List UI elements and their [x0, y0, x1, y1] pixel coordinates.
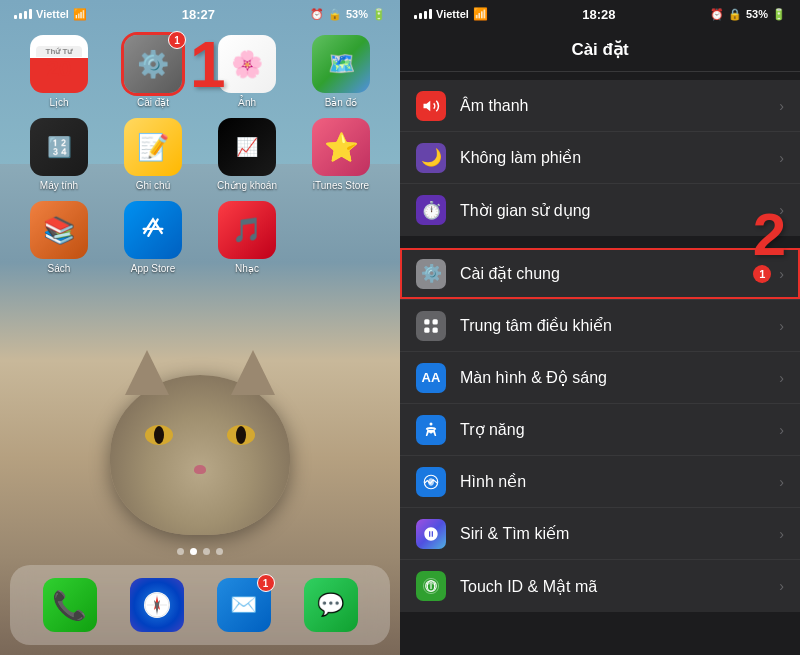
app-stocks[interactable]: 📈 Chứng khoán [211, 118, 283, 191]
app-calendar[interactable]: Thứ Tư 20 Lịch [23, 35, 95, 108]
dock-mail[interactable]: ✉️ 1 [217, 578, 271, 632]
safari-icon-svg [142, 590, 172, 620]
status-bar-right: Viettel 📶 18:28 ⏰ 🔒 53% 🔋 [400, 0, 800, 28]
itunes-label: iTunes Store [313, 180, 369, 191]
app-music[interactable]: 🎵 Nhạc [211, 201, 283, 274]
cat-pupil-left [154, 426, 164, 444]
itunes-icon[interactable]: ⭐ [312, 118, 370, 176]
appstore-label: App Store [131, 263, 175, 274]
cat-ear-right [231, 350, 275, 395]
books-label: Sách [48, 263, 71, 274]
left-panel: Viettel 📶 18:27 ⏰ 🔒 53% 🔋 Thứ Tư 20 Lịch… [0, 0, 400, 655]
battery-icon-left: 🔒 [328, 8, 342, 21]
section-gap-1 [400, 238, 800, 248]
notes-label: Ghi chú [136, 180, 170, 191]
dot-4 [216, 548, 223, 555]
wallpaper-icon [416, 467, 446, 497]
bar4r [429, 9, 432, 19]
signal-icon-right [414, 9, 432, 19]
settings-item-accessibility[interactable]: Trợ năng › [400, 404, 800, 456]
lock-icon-right: 🔒 [728, 8, 742, 21]
settings-icon[interactable]: ⚙️ 1 [124, 35, 182, 93]
general-icon: ⚙️ [416, 259, 446, 289]
wallpaper-chevron: › [779, 474, 784, 490]
calculator-icon[interactable]: 🔢 [30, 118, 88, 176]
touchid-icon [416, 571, 446, 601]
signal-icon [14, 9, 32, 19]
settings-item-wallpaper[interactable]: Hình nền › [400, 456, 800, 508]
svg-rect-7 [433, 319, 438, 324]
settings-section-2: ⚙️ Cài đặt chung 1 › Trung tâm điều khiể… [400, 248, 800, 612]
calendar-icon[interactable]: Thứ Tư 20 [30, 35, 88, 93]
bar1 [14, 15, 17, 19]
stocks-icon[interactable]: 📈 [218, 118, 276, 176]
touchid-label: Touch ID & Mật mã [460, 577, 779, 596]
sound-chevron: › [779, 98, 784, 114]
notes-icon[interactable]: 📝 [124, 118, 182, 176]
control-label: Trung tâm điều khiển [460, 316, 779, 335]
dock-safari[interactable] [130, 578, 184, 632]
page-dots [0, 548, 400, 555]
settings-item-sound[interactable]: Âm thanh › [400, 80, 800, 132]
music-icon[interactable]: 🎵 [218, 201, 276, 259]
settings-item-dnd[interactable]: 🌙 Không làm phiền › [400, 132, 800, 184]
svg-point-10 [430, 422, 433, 425]
bar2r [419, 13, 422, 19]
cat-pupil-right [236, 426, 246, 444]
app-appstore[interactable]: App Store [117, 201, 189, 274]
touchid-chevron: › [779, 578, 784, 594]
settings-item-screen-time[interactable]: ⏱️ Thời gian sử dụng › [400, 184, 800, 236]
app-notes[interactable]: 📝 Ghi chú [117, 118, 189, 191]
status-bar-left: Viettel 📶 18:27 ⏰ 🔒 53% 🔋 [0, 0, 400, 28]
battery-pct-right: 53% [746, 8, 768, 20]
battery-right: ⏰ 🔒 53% 🔋 [710, 8, 786, 21]
settings-badge: 1 [168, 31, 186, 49]
cat-eye-right [227, 425, 255, 445]
stocks-label: Chứng khoán [217, 180, 277, 191]
accessibility-icon [416, 415, 446, 445]
cat-nose [194, 465, 206, 474]
display-icon: AA [416, 363, 446, 393]
app-maps[interactable]: 🗺️ Bản đồ [305, 35, 377, 108]
dock-phone[interactable]: 📞 [43, 578, 97, 632]
settings-label: Cài đặt [137, 97, 169, 108]
calendar-label: Lịch [49, 97, 68, 108]
maps-icon[interactable]: 🗺️ [312, 35, 370, 93]
alarm-icon-left: ⏰ [310, 8, 324, 21]
siri-svg [423, 526, 439, 542]
svg-rect-6 [424, 319, 429, 324]
app-books[interactable]: 📚 Sách [23, 201, 95, 274]
dnd-label: Không làm phiền [460, 148, 779, 167]
app-calculator[interactable]: 🔢 Máy tính [23, 118, 95, 191]
bar3 [24, 11, 27, 19]
wallpaper-label: Hình nền [460, 472, 779, 491]
maps-label: Bản đồ [325, 97, 358, 108]
general-chevron: › [779, 266, 784, 282]
cat-head [110, 375, 290, 535]
time-left: 18:27 [182, 7, 215, 22]
time-right: 18:28 [582, 7, 615, 22]
dock-messages[interactable]: 💬 [304, 578, 358, 632]
sound-svg [422, 97, 440, 115]
photos-label: Ảnh [238, 97, 256, 108]
settings-item-siri[interactable]: Siri & Tìm kiếm › [400, 508, 800, 560]
settings-item-touchid[interactable]: Touch ID & Mật mã › [400, 560, 800, 612]
battery-bar-right: 🔋 [772, 8, 786, 21]
app-settings[interactable]: ⚙️ 1 Cài đặt [117, 35, 189, 108]
dock: 📞 ✉️ 1 💬 [10, 565, 390, 645]
app-itunes[interactable]: ⭐ iTunes Store [305, 118, 377, 191]
settings-item-general[interactable]: ⚙️ Cài đặt chung 1 › [400, 248, 800, 300]
control-chevron: › [779, 318, 784, 334]
touchid-svg [422, 577, 440, 595]
dot-1 [177, 548, 184, 555]
control-icon [416, 311, 446, 341]
photos-icon[interactable]: 🌸 [218, 35, 276, 93]
appstore-icon[interactable] [124, 201, 182, 259]
wifi-icon-left: 📶 [73, 8, 87, 21]
books-icon[interactable]: 📚 [30, 201, 88, 259]
screen-time-chevron: › [779, 202, 784, 218]
settings-item-display[interactable]: AA Màn hình & Độ sáng › [400, 352, 800, 404]
svg-rect-9 [433, 327, 438, 332]
settings-item-control[interactable]: Trung tâm điều khiển › [400, 300, 800, 352]
siri-chevron: › [779, 526, 784, 542]
